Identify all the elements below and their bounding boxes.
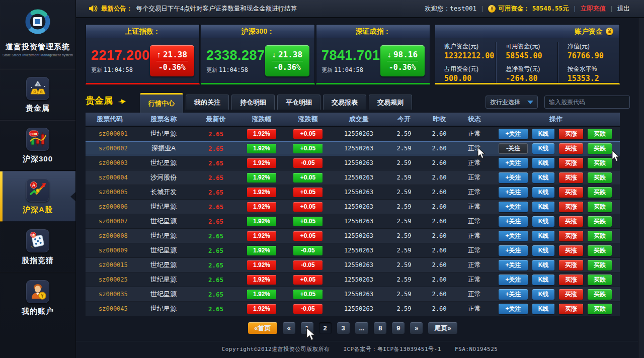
page-button-9[interactable]: 9 [391,322,405,334]
column-header: 成交量 [331,115,386,124]
kline-button[interactable]: K线 [532,231,554,241]
kline-button[interactable]: K线 [532,129,554,139]
buy-up-button[interactable]: 买涨 [559,231,583,241]
table-row[interactable]: sz000008世纪星源2.651.92%+0.05125502632.592.… [86,229,620,243]
watch-button[interactable]: +关注 [499,245,528,256]
kline-button[interactable]: K线 [532,304,554,314]
unwatch-button[interactable]: -关注 [499,143,528,154]
buy-up-button[interactable]: 买涨 [559,143,583,154]
buy-up-button[interactable]: 买涨 [559,260,583,271]
kline-button[interactable]: K线 [532,143,554,154]
page-button-2[interactable]: 2 [318,322,332,334]
kline-button[interactable]: K线 [532,216,554,227]
tab-交易报表[interactable]: 交易报表 [323,95,366,110]
prev-close-cell: 2.60 [422,203,457,210]
page-button-last[interactable]: 尾页» [428,322,457,334]
table-row[interactable]: sz000002深振业A2.651.92%+0.05125502632.592.… [86,141,620,156]
watch-button[interactable]: +关注 [499,260,528,271]
sidebar-item-gold[interactable]: SGG贵金属 [0,69,75,120]
page-button-8[interactable]: 8 [373,322,387,334]
logout-link[interactable]: 退出 [617,5,630,13]
svg-text:S: S [37,82,39,86]
table-row[interactable]: sz000004沙河股份2.651.92%+0.05125502632.592.… [86,170,620,185]
page-button-ellipsis[interactable]: ... [355,322,369,334]
watch-button[interactable]: +关注 [499,216,528,227]
volume-cell: 12550263 [331,261,386,268]
buy-down-button[interactable]: 买跌 [588,172,612,183]
page-button-next[interactable]: » [410,322,423,334]
buy-down-button[interactable]: 买跌 [588,289,612,300]
buy-down-button[interactable]: 买跌 [588,143,612,154]
sidebar-item-hs300[interactable]: 300沪深300 [0,120,75,171]
recharge-link[interactable]: 立即充值 [581,5,606,13]
kline-button[interactable]: K线 [532,172,554,183]
buy-down-button[interactable]: 买跌 [588,158,612,168]
buy-up-button[interactable]: 买涨 [559,275,583,285]
industry-select[interactable]: 按行业选择 [486,96,538,109]
stock-name-cell: 世纪星源 [134,217,193,226]
app-logo: 道富投资管理系统 State Street Investment Managem… [0,0,75,69]
sidebar-item-guess[interactable]: 猜股指竞猜 [0,222,75,273]
tab-持仓明细[interactable]: 持仓明细 [231,95,275,110]
buy-up-button[interactable]: 买涨 [559,158,583,168]
watch-button[interactable]: +关注 [499,289,528,300]
watch-button[interactable]: +关注 [499,158,528,168]
kline-button[interactable]: K线 [532,158,554,168]
table-row[interactable]: sz000005长城开发2.651.92%+0.05125502632.592.… [86,185,620,200]
page-button-1[interactable]: 1 [300,322,314,334]
buy-up-button[interactable]: 买涨 [559,304,583,314]
watch-button[interactable]: +关注 [499,202,528,212]
kline-button[interactable]: K线 [532,245,554,256]
buy-down-button[interactable]: 买跌 [588,187,612,198]
tab-行情中心[interactable]: 行情中心 [140,93,183,113]
table-row[interactable]: sz000006世纪星源2.651.92%+0.05125502632.592.… [86,200,620,214]
page-button-prev[interactable]: « [282,322,296,334]
table-row[interactable]: sz000009世纪星源2.651.92%-0.05125502632.592.… [86,243,620,258]
buy-up-button[interactable]: 买涨 [559,202,583,212]
buy-down-button[interactable]: 买跌 [588,231,612,241]
fsa-text: FSA:NO194525 [455,346,498,352]
buy-down-button[interactable]: 买跌 [588,275,612,285]
table-row[interactable]: sz000015世纪星源2.651.92%-0.05125502632.592.… [86,258,620,273]
table-row[interactable]: sz000001世纪星源2.651.92%+0.05125502632.592.… [86,127,620,141]
index-updated: 更新 11:04:58 [91,66,150,74]
watch-button[interactable]: +关注 [499,275,528,285]
buy-up-button[interactable]: 买涨 [559,187,583,198]
kline-button[interactable]: K线 [532,275,554,285]
table-row[interactable]: sz000025世纪星源2.651.92%+0.05125502632.592.… [86,273,620,287]
watch-button[interactable]: +关注 [499,187,528,198]
table-row[interactable]: sz000007世纪星源2.651.92%+0.05125502632.592.… [86,214,620,229]
kline-button[interactable]: K线 [532,202,554,212]
sidebar-item-account[interactable]: ¥我的账户 [0,273,75,323]
buy-up-button[interactable]: 买涨 [559,129,583,139]
account-card-title: 账户资金¥ [435,25,619,38]
watch-button[interactable]: +关注 [499,231,528,241]
buy-up-button[interactable]: 买涨 [559,245,583,256]
buy-down-button[interactable]: 买跌 [588,260,612,271]
table-row[interactable]: sz000035世纪星源2.651.92%+0.05125502632.592.… [86,287,620,302]
kline-button[interactable]: K线 [532,289,554,300]
column-header: 状态 [457,115,492,124]
sidebar-item-a-share[interactable]: A沪深A股 [0,171,75,222]
kline-button[interactable]: K线 [532,260,554,271]
buy-down-button[interactable]: 买跌 [588,129,612,139]
page-button-first[interactable]: «首页 [248,322,277,334]
tab-我的关注[interactable]: 我的关注 [186,95,229,110]
table-row[interactable]: sz000003世纪星源2.651.92%-0.05125502632.592.… [86,156,620,170]
watch-button[interactable]: +关注 [499,304,528,314]
buy-down-button[interactable]: 买跌 [588,304,612,314]
kline-button[interactable]: K线 [532,187,554,198]
buy-up-button[interactable]: 买涨 [559,289,583,300]
watch-button[interactable]: +关注 [499,172,528,183]
tab-交易规则[interactable]: 交易规则 [369,95,412,110]
page-button-3[interactable]: 3 [337,322,350,334]
buy-down-button[interactable]: 买跌 [588,202,612,212]
watch-button[interactable]: +关注 [499,129,528,139]
tab-平仓明细[interactable]: 平仓明细 [277,95,320,110]
buy-up-button[interactable]: 买涨 [559,216,583,227]
buy-up-button[interactable]: 买涨 [559,172,583,183]
buy-down-button[interactable]: 买跌 [588,245,612,256]
table-row[interactable]: sz000045世纪星源2.651.92%-0.05125502632.592.… [86,302,620,316]
stock-code-input[interactable] [545,96,630,108]
buy-down-button[interactable]: 买跌 [588,216,612,227]
